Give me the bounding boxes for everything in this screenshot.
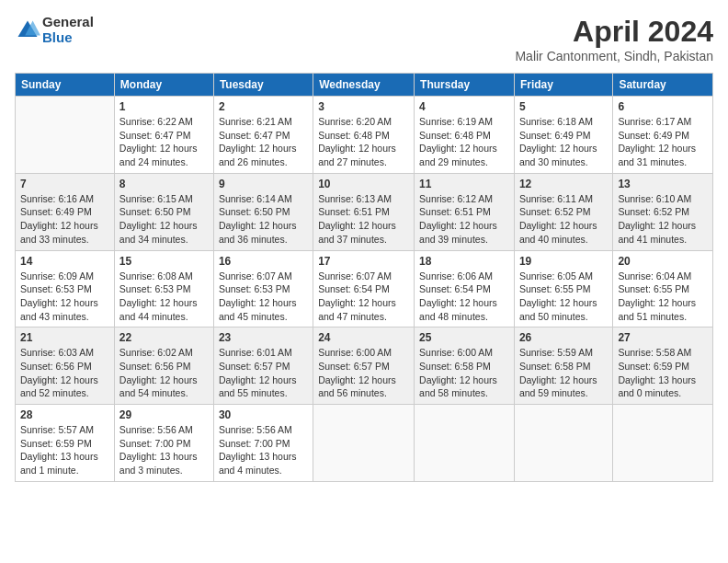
calendar-cell: 26Sunrise: 5:59 AMSunset: 6:58 PMDayligh…: [514, 327, 612, 405]
day-info: Sunrise: 5:57 AMSunset: 6:59 PMDaylight:…: [20, 423, 109, 477]
day-info: Sunrise: 5:56 AMSunset: 7:00 PMDaylight:…: [219, 423, 308, 477]
calendar-cell: 11Sunrise: 6:12 AMSunset: 6:51 PMDayligh…: [415, 173, 515, 250]
calendar-cell: 10Sunrise: 6:13 AMSunset: 6:51 PMDayligh…: [313, 173, 415, 250]
day-number: 28: [20, 408, 109, 421]
calendar-cell: 30Sunrise: 5:56 AMSunset: 7:00 PMDayligh…: [213, 405, 313, 482]
week-row-3: 14Sunrise: 6:09 AMSunset: 6:53 PMDayligh…: [16, 250, 713, 327]
calendar-cell: 21Sunrise: 6:03 AMSunset: 6:56 PMDayligh…: [16, 327, 115, 405]
day-info: Sunrise: 6:18 AMSunset: 6:49 PMDaylight:…: [519, 115, 608, 169]
calendar-cell: 4Sunrise: 6:19 AMSunset: 6:48 PMDaylight…: [415, 97, 515, 174]
day-number: 13: [618, 178, 708, 190]
calendar-cell: [313, 405, 415, 482]
calendar-cell: 25Sunrise: 6:00 AMSunset: 6:58 PMDayligh…: [415, 327, 515, 405]
day-info: Sunrise: 6:11 AMSunset: 6:52 PMDaylight:…: [519, 192, 608, 247]
calendar-cell: 17Sunrise: 6:07 AMSunset: 6:54 PMDayligh…: [313, 250, 415, 327]
calendar-cell: 20Sunrise: 6:04 AMSunset: 6:55 PMDayligh…: [613, 250, 713, 327]
day-info: Sunrise: 6:15 AMSunset: 6:50 PMDaylight:…: [119, 192, 209, 247]
day-info: Sunrise: 6:12 AMSunset: 6:51 PMDaylight:…: [419, 192, 509, 247]
weekday-header-row: SundayMondayTuesdayWednesdayThursdayFrid…: [16, 74, 713, 97]
logo-icon: [15, 17, 40, 43]
day-info: Sunrise: 6:08 AMSunset: 6:53 PMDaylight:…: [119, 270, 209, 324]
calendar-cell: 5Sunrise: 6:18 AMSunset: 6:49 PMDaylight…: [514, 97, 612, 174]
calendar-cell: 1Sunrise: 6:22 AMSunset: 6:47 PMDaylight…: [114, 97, 213, 174]
calendar-cell: 9Sunrise: 6:14 AMSunset: 6:50 PMDaylight…: [213, 173, 313, 250]
day-number: 18: [419, 255, 509, 268]
day-number: 11: [419, 178, 509, 190]
day-info: Sunrise: 6:03 AMSunset: 6:56 PMDaylight:…: [20, 346, 109, 400]
week-row-4: 21Sunrise: 6:03 AMSunset: 6:56 PMDayligh…: [16, 327, 713, 405]
calendar-cell: [16, 97, 115, 174]
day-number: 20: [618, 255, 708, 268]
day-info: Sunrise: 6:00 AMSunset: 6:58 PMDaylight:…: [419, 346, 509, 400]
day-info: Sunrise: 6:04 AMSunset: 6:55 PMDaylight:…: [618, 270, 708, 324]
day-info: Sunrise: 5:56 AMSunset: 7:00 PMDaylight:…: [119, 423, 209, 477]
calendar-cell: 14Sunrise: 6:09 AMSunset: 6:53 PMDayligh…: [16, 250, 115, 327]
week-row-5: 28Sunrise: 5:57 AMSunset: 6:59 PMDayligh…: [16, 405, 713, 482]
day-info: Sunrise: 6:02 AMSunset: 6:56 PMDaylight:…: [119, 346, 209, 400]
day-info: Sunrise: 6:07 AMSunset: 6:54 PMDaylight:…: [318, 270, 409, 324]
weekday-header-thursday: Thursday: [415, 74, 515, 97]
day-number: 21: [20, 331, 109, 344]
calendar-cell: 27Sunrise: 5:58 AMSunset: 6:59 PMDayligh…: [613, 327, 713, 405]
calendar-cell: 28Sunrise: 5:57 AMSunset: 6:59 PMDayligh…: [16, 405, 115, 482]
day-number: 15: [119, 255, 209, 268]
day-number: 3: [318, 100, 409, 113]
day-info: Sunrise: 6:13 AMSunset: 6:51 PMDaylight:…: [318, 192, 409, 247]
week-row-2: 7Sunrise: 6:16 AMSunset: 6:49 PMDaylight…: [16, 173, 713, 250]
calendar-cell: [514, 405, 612, 482]
calendar-cell: [415, 405, 515, 482]
day-info: Sunrise: 6:10 AMSunset: 6:52 PMDaylight:…: [618, 192, 708, 247]
day-info: Sunrise: 6:19 AMSunset: 6:48 PMDaylight:…: [419, 115, 509, 169]
calendar-cell: 22Sunrise: 6:02 AMSunset: 6:56 PMDayligh…: [114, 327, 213, 405]
month-title: April 2024: [515, 15, 713, 49]
day-number: 4: [419, 100, 509, 113]
day-number: 7: [20, 178, 109, 190]
calendar-cell: 13Sunrise: 6:10 AMSunset: 6:52 PMDayligh…: [613, 173, 713, 250]
day-info: Sunrise: 6:14 AMSunset: 6:50 PMDaylight:…: [219, 192, 308, 247]
day-info: Sunrise: 6:01 AMSunset: 6:57 PMDaylight:…: [219, 346, 308, 400]
calendar-cell: 6Sunrise: 6:17 AMSunset: 6:49 PMDaylight…: [613, 97, 713, 174]
logo-general: General: [42, 15, 94, 30]
title-block: April 2024 Malir Cantonment, Sindh, Paki…: [515, 15, 713, 63]
weekday-header-monday: Monday: [114, 74, 213, 97]
day-info: Sunrise: 6:21 AMSunset: 6:47 PMDaylight:…: [219, 115, 308, 169]
weekday-header-saturday: Saturday: [613, 74, 713, 97]
logo: General Blue: [15, 15, 94, 45]
calendar-cell: 15Sunrise: 6:08 AMSunset: 6:53 PMDayligh…: [114, 250, 213, 327]
day-number: 17: [318, 255, 409, 268]
logo-text: General Blue: [42, 15, 94, 45]
day-number: 10: [318, 178, 409, 190]
day-number: 27: [618, 331, 708, 344]
day-info: Sunrise: 6:09 AMSunset: 6:53 PMDaylight:…: [20, 270, 109, 324]
calendar-cell: [613, 405, 713, 482]
day-number: 26: [519, 331, 608, 344]
calendar-cell: 19Sunrise: 6:05 AMSunset: 6:55 PMDayligh…: [514, 250, 612, 327]
day-number: 2: [219, 100, 308, 113]
weekday-header-sunday: Sunday: [16, 74, 115, 97]
day-number: 19: [519, 255, 608, 268]
location-title: Malir Cantonment, Sindh, Pakistan: [515, 49, 713, 63]
day-number: 16: [219, 255, 308, 268]
weekday-header-friday: Friday: [514, 74, 612, 97]
weekday-header-wednesday: Wednesday: [313, 74, 415, 97]
calendar-cell: 12Sunrise: 6:11 AMSunset: 6:52 PMDayligh…: [514, 173, 612, 250]
day-info: Sunrise: 6:06 AMSunset: 6:54 PMDaylight:…: [419, 270, 509, 324]
calendar-cell: 16Sunrise: 6:07 AMSunset: 6:53 PMDayligh…: [213, 250, 313, 327]
calendar-table: SundayMondayTuesdayWednesdayThursdayFrid…: [15, 73, 713, 482]
day-number: 12: [519, 178, 608, 190]
calendar-cell: 2Sunrise: 6:21 AMSunset: 6:47 PMDaylight…: [213, 97, 313, 174]
day-number: 14: [20, 255, 109, 268]
day-number: 24: [318, 331, 409, 344]
day-info: Sunrise: 6:05 AMSunset: 6:55 PMDaylight:…: [519, 270, 608, 324]
calendar-cell: 23Sunrise: 6:01 AMSunset: 6:57 PMDayligh…: [213, 327, 313, 405]
calendar-cell: 18Sunrise: 6:06 AMSunset: 6:54 PMDayligh…: [415, 250, 515, 327]
day-info: Sunrise: 6:00 AMSunset: 6:57 PMDaylight:…: [318, 346, 409, 400]
day-info: Sunrise: 6:07 AMSunset: 6:53 PMDaylight:…: [219, 270, 308, 324]
day-info: Sunrise: 6:20 AMSunset: 6:48 PMDaylight:…: [318, 115, 409, 169]
calendar-cell: 24Sunrise: 6:00 AMSunset: 6:57 PMDayligh…: [313, 327, 415, 405]
day-info: Sunrise: 6:22 AMSunset: 6:47 PMDaylight:…: [119, 115, 209, 169]
day-number: 8: [119, 178, 209, 190]
day-number: 6: [618, 100, 708, 113]
day-number: 22: [119, 331, 209, 344]
day-info: Sunrise: 6:16 AMSunset: 6:49 PMDaylight:…: [20, 192, 109, 247]
